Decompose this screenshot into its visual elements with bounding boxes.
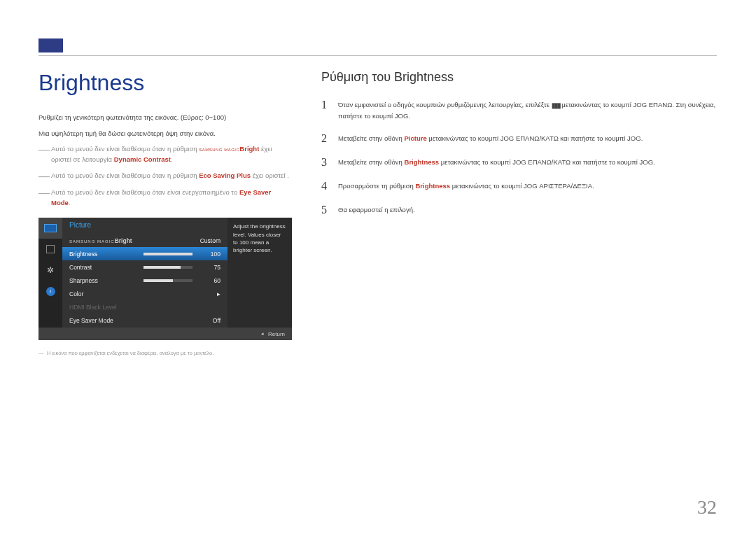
osd-label: Eye Saver Mode (69, 317, 197, 324)
step-frag: μετακινώντας το κουμπί JOG ΕΠΑΝΩ/ΚΑΤΩ κα… (427, 134, 643, 142)
osd-row-sharpness[interactable]: Sharpness 60 (62, 274, 227, 287)
step-text: Όταν εμφανιστεί ο οδηγός κουμπιών ρυθμιζ… (338, 99, 717, 121)
intro-line-2: Μια υψηλότερη τιμή θα δώσει φωτεινότερη … (38, 129, 292, 139)
osd-slider[interactable] (144, 279, 192, 282)
osd-row-brightness[interactable]: Brightness 100 (62, 247, 227, 260)
chevron-left-icon: ◂ (261, 331, 264, 337)
brightness-keyword: Brightness (405, 158, 440, 166)
step-1: 1 Όταν εμφανιστεί ο οδηγός κουμπιών ρυθμ… (321, 99, 717, 121)
osd-value: Off (197, 317, 220, 324)
info-icon: i (46, 287, 55, 296)
notes-list: ― Αυτό το μενού δεν είναι διαθέσιμο όταν… (38, 144, 292, 208)
step-2: 2 Μεταβείτε στην οθόνη Picture μετακινών… (321, 132, 717, 145)
gear-icon: ✲ (47, 265, 54, 275)
note-text-frag: Αυτό το μενού δεν είναι διαθέσιμο όταν η… (51, 171, 199, 179)
picture-keyword: Picture (405, 134, 427, 142)
subsection-title: Ρύθμιση του Brightness (321, 70, 717, 85)
osd-row-contrast[interactable]: Contrast 75 (62, 260, 227, 274)
step-number: 4 (321, 180, 338, 192)
right-column: Ρύθμιση του Brightness 1 Όταν εμφανιστεί… (321, 70, 717, 356)
steps-list: 1 Όταν εμφανιστεί ο οδηγός κουμπιών ρυθμ… (321, 99, 717, 216)
osd-sidebar: ✲ i (38, 218, 62, 328)
osd-slider[interactable] (144, 266, 192, 269)
osd-value: 75 (197, 264, 220, 271)
osd-label: Color (69, 290, 197, 297)
step-text: Μεταβείτε στην οθόνη Brightness μετακινώ… (338, 156, 717, 169)
note-text-frag: Αυτό το μενού δεν είναι διαθέσιμο όταν η… (51, 145, 199, 153)
osd-label: Brightness (69, 251, 144, 258)
note-text: Αυτό το μενού δεν είναι διαθέσιμο όταν ε… (51, 188, 292, 208)
note-text: Αυτό το μενού δεν είναι διαθέσιμο όταν η… (51, 144, 292, 164)
osd-tab-info[interactable]: i (38, 281, 62, 302)
osd-value: Custom (197, 237, 220, 244)
osd-label: HDMI Black Level (69, 304, 220, 311)
magic-sm: SAMSUNG MAGIC (69, 239, 115, 244)
magic-small-label: SAMSUNG MAGIC (199, 148, 239, 152)
step-text: Θα εφαρμοστεί η επιλογή. (338, 204, 717, 216)
page-content: Brightness Ρυθμίζει τη γενικότερη φωτειν… (38, 70, 717, 513)
osd-footer: ◂ Return (38, 328, 292, 340)
left-column: Brightness Ρυθμίζει τη γενικότερη φωτειν… (38, 70, 292, 356)
step-text: Μεταβείτε στην οθόνη Picture μετακινώντα… (338, 132, 717, 145)
note-text-frag: Αυτό το μενού δεν είναι διαθέσιμο όταν ε… (51, 188, 239, 196)
square-icon (46, 245, 55, 253)
step-frag: Όταν εμφανιστεί ο οδηγός κουμπιών ρυθμιζ… (338, 101, 552, 108)
osd-row-color[interactable]: Color ▸ (62, 287, 227, 300)
step-text: Προσαρμόστε τη ρύθμιση Brightness μετακι… (338, 180, 717, 192)
chevron-right-icon: ▸ (197, 290, 220, 297)
brightness-keyword: Brightness (415, 182, 450, 190)
osd-label: Contrast (69, 264, 144, 271)
intro-line-1: Ρυθμίζει τη γενικότερη φωτεινότητα της ε… (38, 113, 292, 123)
osd-value: 100 (197, 251, 220, 258)
dynamic-contrast-label: Dynamic Contrast (114, 155, 171, 163)
osd-help-panel: Adjust the brightness level. Values clos… (227, 218, 292, 328)
osd-slider-fill (144, 266, 181, 269)
osd-tab-picture[interactable] (38, 218, 62, 239)
dash-icon: ― (38, 171, 51, 182)
step-number: 1 (321, 99, 338, 121)
osd-panel-title: Picture (62, 218, 227, 234)
step-5: 5 Θα εφαρμοστεί η επιλογή. (321, 204, 717, 216)
magic-bright-label: Bright (239, 145, 259, 153)
header-rule (38, 55, 717, 56)
step-4: 4 Προσαρμόστε τη ρύθμιση Brightness μετα… (321, 180, 717, 192)
menu-icon: ▮▮▮ (552, 100, 560, 111)
note-text: Αυτό το μενού δεν είναι διαθέσιμο όταν η… (51, 171, 289, 182)
osd-row-eyesaver[interactable]: Eye Saver Mode Off (62, 314, 227, 327)
dash-icon: ― (38, 350, 47, 356)
note-item-2: ― Αυτό το μενού δεν είναι διαθέσιμο όταν… (38, 171, 292, 182)
step-frag: μετακινώντας το κουμπί JOG ΑΡΙΣΤΕΡΑ/ΔΕΞΙ… (450, 182, 594, 190)
osd-label: SAMSUNG MAGICBright (69, 237, 197, 244)
step-frag: μετακινώντας το κουμπί JOG ΕΠΑΝΩ/ΚΑΤΩ κα… (439, 158, 655, 166)
osd-row-magicbright[interactable]: SAMSUNG MAGICBright Custom (62, 234, 227, 247)
osd-value: 60 (197, 277, 220, 284)
osd-screenshot: ✲ i Picture SAMSUNG MAGICBright Custom B… (38, 218, 292, 340)
osd-row-hdmi: HDMI Black Level (62, 300, 227, 314)
note-item-1: ― Αυτό το μενού δεν είναι διαθέσιμο όταν… (38, 144, 292, 164)
osd-slider[interactable] (144, 253, 192, 255)
magic-b: Bright (115, 237, 132, 244)
step-3: 3 Μεταβείτε στην οθόνη Brightness μετακι… (321, 156, 717, 169)
osd-slider-fill (144, 279, 173, 282)
dash-icon: ― (38, 144, 51, 164)
header-decor (38, 38, 63, 52)
note-text-frag: . (171, 155, 173, 163)
monitor-icon (44, 224, 57, 232)
note-item-3: ― Αυτό το μενού δεν είναι διαθέσιμο όταν… (38, 188, 292, 208)
dash-icon: ― (38, 188, 51, 208)
osd-slider-fill (144, 253, 192, 255)
osd-label: Sharpness (69, 277, 144, 284)
section-title: Brightness (38, 70, 292, 96)
osd-main-panel: Picture SAMSUNG MAGICBright Custom Brigh… (62, 218, 227, 328)
step-frag: Προσαρμόστε τη ρύθμιση (338, 182, 415, 190)
note-text-frag: . (69, 199, 71, 206)
osd-return-label[interactable]: Return (268, 331, 285, 337)
footnote-text: Η εικόνα που εμφανίζεται ενδέχεται να δι… (47, 350, 214, 356)
step-frag: Μεταβείτε στην οθόνη (338, 134, 405, 142)
osd-tab-display[interactable] (38, 239, 62, 260)
step-frag: Μεταβείτε στην οθόνη (338, 158, 405, 166)
osd-tab-settings[interactable]: ✲ (38, 260, 62, 281)
note-text-frag: έχει οριστεί . (251, 171, 289, 179)
eco-saving-label: Eco Saving Plus (199, 171, 251, 179)
step-number: 5 (321, 204, 338, 216)
